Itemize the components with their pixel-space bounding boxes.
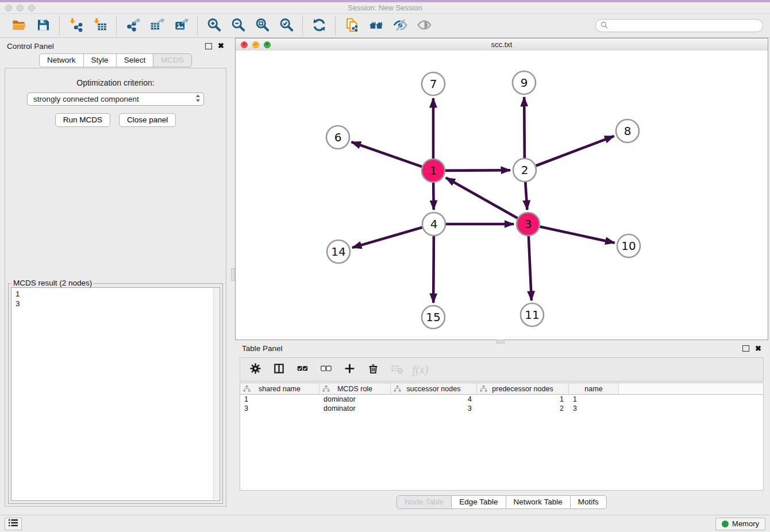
status-bar: Memory xyxy=(0,515,770,532)
close-panel-button[interactable]: Close panel xyxy=(119,113,176,127)
tab-select[interactable]: Select xyxy=(116,53,154,67)
edge-1-4[interactable] xyxy=(433,183,434,210)
edge-1-2[interactable] xyxy=(445,170,510,171)
save-session-button[interactable] xyxy=(31,16,55,36)
column-header-MCDS-role[interactable]: MCDS role xyxy=(319,383,391,394)
zoom-selected-button[interactable] xyxy=(274,16,298,36)
edge-3-10[interactable] xyxy=(540,227,615,243)
cell-name[interactable]: 3 xyxy=(569,404,619,413)
edge-3-1[interactable] xyxy=(446,178,518,218)
search-box[interactable] xyxy=(595,19,763,32)
import-table-button[interactable] xyxy=(88,16,112,36)
deselect-all-rows-button[interactable] xyxy=(315,360,337,379)
close-panel-icon[interactable]: ✖ xyxy=(218,43,224,49)
edge-2-3[interactable] xyxy=(525,182,527,210)
edge-4-15[interactable] xyxy=(433,236,434,303)
show-graphics-details-button[interactable] xyxy=(412,16,436,36)
mcds-result-box: MCDS result (2 nodes) 1 3 xyxy=(8,283,223,504)
node-1[interactable]: 1 xyxy=(422,159,445,182)
node-15[interactable]: 15 xyxy=(422,306,445,329)
cell-shared-name[interactable]: 3 xyxy=(240,404,319,413)
node-7[interactable]: 7 xyxy=(422,72,445,95)
cell-MCDS-role[interactable]: dominator xyxy=(319,404,391,413)
edge-4-14[interactable] xyxy=(352,228,422,248)
table-panel-title: Table Panel xyxy=(242,344,283,353)
task-history-button[interactable] xyxy=(5,518,22,530)
search-input[interactable] xyxy=(611,21,758,30)
node-8[interactable]: 8 xyxy=(616,119,639,142)
zoom-in-button[interactable] xyxy=(202,16,226,36)
tab-edge-table[interactable]: Edge Table xyxy=(451,495,506,509)
column-settings-button[interactable] xyxy=(245,360,266,379)
toolbar-separator xyxy=(335,16,336,36)
hide-graphics-details-button[interactable] xyxy=(388,16,412,36)
table-row[interactable]: 3dominator323 xyxy=(240,404,763,413)
tab-node-table[interactable]: Node Table xyxy=(396,495,452,509)
node-2[interactable]: 2 xyxy=(513,159,536,182)
svg-text:3: 3 xyxy=(525,217,532,231)
float-panel-icon[interactable] xyxy=(205,43,212,49)
export-table-button[interactable] xyxy=(145,16,169,36)
run-mcds-button[interactable]: Run MCDS xyxy=(55,113,110,127)
column-header-shared-name[interactable]: shared name xyxy=(240,383,319,394)
edge-2-8[interactable] xyxy=(536,136,614,166)
zoom-fit-button[interactable] xyxy=(250,16,274,36)
cell-successor-nodes[interactable]: 4 xyxy=(391,395,477,403)
tab-network-table[interactable]: Network Table xyxy=(506,495,571,509)
node-14[interactable]: 14 xyxy=(327,240,350,263)
column-header-predecessor-nodes[interactable]: predecessor nodes xyxy=(477,383,569,394)
float-table-panel-icon[interactable] xyxy=(742,345,749,352)
node-3[interactable]: 3 xyxy=(517,213,540,236)
export-image-button[interactable] xyxy=(169,16,193,36)
table-row[interactable]: 1dominator411 xyxy=(240,395,763,404)
node-11[interactable]: 11 xyxy=(521,303,544,326)
tab-network[interactable]: Network xyxy=(39,53,84,67)
vertical-splitter-handle[interactable] xyxy=(231,268,235,281)
deselect-all-rows-icon xyxy=(319,362,333,377)
toolbar-separator xyxy=(302,16,303,36)
tab-style[interactable]: Style xyxy=(83,53,117,67)
edge-3-11[interactable] xyxy=(529,236,532,300)
export-network-button[interactable] xyxy=(121,16,145,36)
cell-predecessor-nodes[interactable]: 2 xyxy=(477,404,569,413)
memory-button[interactable]: Memory xyxy=(715,518,765,530)
criterion-select[interactable]: strongly connected component xyxy=(27,92,204,106)
cell-name[interactable]: 1 xyxy=(569,395,619,403)
node-6[interactable]: 6 xyxy=(326,126,349,149)
close-table-panel-icon[interactable]: ✖ xyxy=(755,345,761,352)
clone-network-button[interactable] xyxy=(340,16,364,36)
node-4[interactable]: 4 xyxy=(422,213,445,236)
cell-predecessor-nodes[interactable]: 1 xyxy=(477,395,569,403)
column-header-name[interactable]: name xyxy=(569,383,619,394)
zoom-out-button[interactable] xyxy=(226,16,250,36)
add-column-button[interactable] xyxy=(339,360,360,379)
node-10[interactable]: 10 xyxy=(617,234,640,257)
mcds-panel: Optimization criterion: strongly connect… xyxy=(5,68,226,507)
column-header-successor-nodes[interactable]: successor nodes xyxy=(391,383,477,394)
refresh-layout-button[interactable] xyxy=(307,16,331,36)
cell-shared-name[interactable]: 1 xyxy=(240,395,319,403)
network-canvas[interactable]: 7968124314101511 xyxy=(236,51,768,340)
select-arrows-icon xyxy=(195,94,201,105)
horizontal-splitter-handle[interactable] xyxy=(496,340,505,344)
mcds-result-textarea[interactable]: 1 3 xyxy=(11,287,220,501)
import-network-button[interactable] xyxy=(64,16,88,36)
tab-mcds[interactable]: MCDS xyxy=(153,53,192,67)
cell-MCDS-role[interactable]: dominator xyxy=(319,395,391,403)
edge-2-9[interactable] xyxy=(524,97,525,158)
vertical-splitter[interactable] xyxy=(231,38,235,515)
first-neighbors-button[interactable] xyxy=(364,16,388,36)
result-scrollbar[interactable] xyxy=(213,288,219,500)
column-header-filler xyxy=(619,383,763,394)
cell-successor-nodes[interactable]: 3 xyxy=(391,404,477,413)
open-file-button[interactable] xyxy=(7,16,31,36)
tab-motifs[interactable]: Motifs xyxy=(570,495,607,509)
network-window-titlebar[interactable]: × − + scc.txt xyxy=(236,38,768,51)
select-all-rows-button[interactable] xyxy=(292,360,313,379)
split-table-button[interactable] xyxy=(268,360,290,379)
node-9[interactable]: 9 xyxy=(513,71,536,94)
list-icon xyxy=(8,518,18,529)
window-title: Session: New Session xyxy=(0,3,770,12)
delete-columns-button[interactable] xyxy=(363,360,384,379)
edge-1-6[interactable] xyxy=(352,142,422,167)
